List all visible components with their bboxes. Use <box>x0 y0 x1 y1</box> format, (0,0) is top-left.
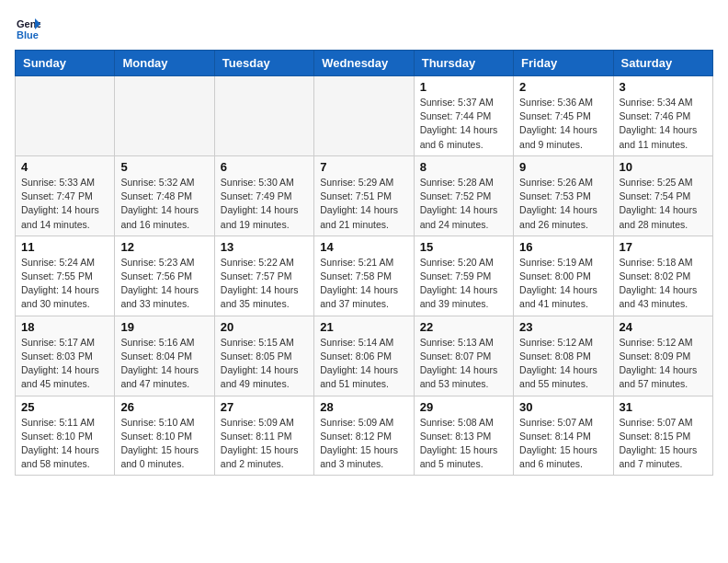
weekday-header-saturday: Saturday <box>613 51 712 76</box>
day-number: 22 <box>420 320 507 334</box>
day-number: 30 <box>519 400 607 414</box>
day-number: 17 <box>620 240 707 254</box>
day-info: Sunrise: 5:18 AM Sunset: 8:02 PM Dayligh… <box>620 256 707 312</box>
calendar-day-cell: 13Sunrise: 5:22 AM Sunset: 7:57 PM Dayli… <box>214 236 313 316</box>
day-info: Sunrise: 5:09 AM Sunset: 8:12 PM Dayligh… <box>320 416 407 472</box>
weekday-header-tuesday: Tuesday <box>214 51 313 76</box>
day-info: Sunrise: 5:07 AM Sunset: 8:15 PM Dayligh… <box>620 416 707 472</box>
calendar-day-cell: 31Sunrise: 5:07 AM Sunset: 8:15 PM Dayli… <box>613 396 712 476</box>
day-info: Sunrise: 5:25 AM Sunset: 7:54 PM Dayligh… <box>620 176 707 232</box>
calendar-week-row: 11Sunrise: 5:24 AM Sunset: 7:55 PM Dayli… <box>16 236 713 316</box>
day-info: Sunrise: 5:17 AM Sunset: 8:03 PM Dayligh… <box>21 336 108 392</box>
calendar-week-row: 25Sunrise: 5:11 AM Sunset: 8:10 PM Dayli… <box>16 396 713 476</box>
calendar-header-row: SundayMondayTuesdayWednesdayThursdayFrid… <box>16 51 713 76</box>
weekday-header-wednesday: Wednesday <box>314 51 414 76</box>
calendar-day-cell: 16Sunrise: 5:19 AM Sunset: 8:00 PM Dayli… <box>514 236 613 316</box>
calendar-day-cell: 3Sunrise: 5:34 AM Sunset: 7:46 PM Daylig… <box>613 76 712 156</box>
calendar-day-cell: 12Sunrise: 5:23 AM Sunset: 7:56 PM Dayli… <box>115 236 214 316</box>
day-number: 27 <box>221 400 308 414</box>
calendar-day-cell: 23Sunrise: 5:12 AM Sunset: 8:08 PM Dayli… <box>514 316 613 396</box>
day-number: 20 <box>221 320 308 334</box>
day-info: Sunrise: 5:37 AM Sunset: 7:44 PM Dayligh… <box>420 96 507 152</box>
calendar-day-cell: 2Sunrise: 5:36 AM Sunset: 7:45 PM Daylig… <box>514 76 613 156</box>
day-info: Sunrise: 5:21 AM Sunset: 7:58 PM Dayligh… <box>320 256 407 312</box>
day-info: Sunrise: 5:23 AM Sunset: 7:56 PM Dayligh… <box>120 256 208 312</box>
day-number: 5 <box>120 160 208 174</box>
day-info: Sunrise: 5:08 AM Sunset: 8:13 PM Dayligh… <box>420 416 507 472</box>
calendar-day-cell: 7Sunrise: 5:29 AM Sunset: 7:51 PM Daylig… <box>314 155 414 236</box>
day-info: Sunrise: 5:10 AM Sunset: 8:10 PM Dayligh… <box>120 416 208 472</box>
calendar-day-cell: 9Sunrise: 5:26 AM Sunset: 7:53 PM Daylig… <box>514 155 613 236</box>
day-number: 2 <box>519 80 607 94</box>
day-info: Sunrise: 5:15 AM Sunset: 8:05 PM Dayligh… <box>221 336 308 392</box>
day-info: Sunrise: 5:29 AM Sunset: 7:51 PM Dayligh… <box>320 176 407 232</box>
calendar-day-cell: 4Sunrise: 5:33 AM Sunset: 7:47 PM Daylig… <box>16 155 115 236</box>
day-number: 16 <box>519 240 607 254</box>
calendar-day-cell: 6Sunrise: 5:30 AM Sunset: 7:49 PM Daylig… <box>214 155 313 236</box>
day-info: Sunrise: 5:16 AM Sunset: 8:04 PM Dayligh… <box>120 336 208 392</box>
day-info: Sunrise: 5:26 AM Sunset: 7:53 PM Dayligh… <box>519 176 607 232</box>
logo-icon: General Blue <box>15 15 40 40</box>
day-number: 4 <box>21 160 108 174</box>
day-info: Sunrise: 5:07 AM Sunset: 8:14 PM Dayligh… <box>519 416 607 472</box>
calendar-day-cell <box>16 76 115 156</box>
calendar-day-cell: 20Sunrise: 5:15 AM Sunset: 8:05 PM Dayli… <box>214 316 313 396</box>
day-info: Sunrise: 5:12 AM Sunset: 8:09 PM Dayligh… <box>620 336 707 392</box>
calendar-day-cell: 17Sunrise: 5:18 AM Sunset: 8:02 PM Dayli… <box>613 236 712 316</box>
weekday-header-thursday: Thursday <box>414 51 513 76</box>
day-info: Sunrise: 5:28 AM Sunset: 7:52 PM Dayligh… <box>420 176 507 232</box>
day-number: 28 <box>320 400 407 414</box>
calendar-day-cell: 15Sunrise: 5:20 AM Sunset: 7:59 PM Dayli… <box>414 236 513 316</box>
day-number: 3 <box>620 80 707 94</box>
calendar-day-cell: 18Sunrise: 5:17 AM Sunset: 8:03 PM Dayli… <box>16 316 115 396</box>
day-info: Sunrise: 5:36 AM Sunset: 7:45 PM Dayligh… <box>519 96 607 152</box>
day-number: 10 <box>620 160 707 174</box>
day-number: 8 <box>420 160 507 174</box>
calendar-day-cell: 29Sunrise: 5:08 AM Sunset: 8:13 PM Dayli… <box>414 396 513 476</box>
day-info: Sunrise: 5:33 AM Sunset: 7:47 PM Dayligh… <box>21 176 108 232</box>
calendar-week-row: 18Sunrise: 5:17 AM Sunset: 8:03 PM Dayli… <box>16 316 713 396</box>
weekday-header-monday: Monday <box>115 51 214 76</box>
day-number: 6 <box>221 160 308 174</box>
calendar-day-cell: 10Sunrise: 5:25 AM Sunset: 7:54 PM Dayli… <box>613 155 712 236</box>
day-number: 14 <box>320 240 407 254</box>
page-header: General Blue <box>15 15 713 40</box>
day-info: Sunrise: 5:24 AM Sunset: 7:55 PM Dayligh… <box>21 256 108 312</box>
day-info: Sunrise: 5:32 AM Sunset: 7:48 PM Dayligh… <box>120 176 208 232</box>
day-number: 29 <box>420 400 507 414</box>
day-number: 21 <box>320 320 407 334</box>
calendar-day-cell: 22Sunrise: 5:13 AM Sunset: 8:07 PM Dayli… <box>414 316 513 396</box>
day-info: Sunrise: 5:19 AM Sunset: 8:00 PM Dayligh… <box>519 256 607 312</box>
day-info: Sunrise: 5:20 AM Sunset: 7:59 PM Dayligh… <box>420 256 507 312</box>
day-number: 11 <box>21 240 108 254</box>
calendar-day-cell: 30Sunrise: 5:07 AM Sunset: 8:14 PM Dayli… <box>514 396 613 476</box>
calendar-day-cell <box>314 76 414 156</box>
calendar-day-cell <box>115 76 214 156</box>
calendar-day-cell: 24Sunrise: 5:12 AM Sunset: 8:09 PM Dayli… <box>613 316 712 396</box>
calendar-day-cell: 1Sunrise: 5:37 AM Sunset: 7:44 PM Daylig… <box>414 76 513 156</box>
calendar-day-cell: 8Sunrise: 5:28 AM Sunset: 7:52 PM Daylig… <box>414 155 513 236</box>
calendar-table: SundayMondayTuesdayWednesdayThursdayFrid… <box>15 50 713 476</box>
day-info: Sunrise: 5:12 AM Sunset: 8:08 PM Dayligh… <box>519 336 607 392</box>
day-info: Sunrise: 5:11 AM Sunset: 8:10 PM Dayligh… <box>21 416 108 472</box>
day-info: Sunrise: 5:14 AM Sunset: 8:06 PM Dayligh… <box>320 336 407 392</box>
day-number: 18 <box>21 320 108 334</box>
day-number: 26 <box>120 400 208 414</box>
day-info: Sunrise: 5:30 AM Sunset: 7:49 PM Dayligh… <box>221 176 308 232</box>
calendar-week-row: 4Sunrise: 5:33 AM Sunset: 7:47 PM Daylig… <box>16 155 713 236</box>
day-info: Sunrise: 5:22 AM Sunset: 7:57 PM Dayligh… <box>221 256 308 312</box>
calendar-day-cell: 26Sunrise: 5:10 AM Sunset: 8:10 PM Dayli… <box>115 396 214 476</box>
day-number: 12 <box>120 240 208 254</box>
calendar-day-cell: 11Sunrise: 5:24 AM Sunset: 7:55 PM Dayli… <box>16 236 115 316</box>
day-number: 31 <box>620 400 707 414</box>
logo: General Blue <box>15 15 44 40</box>
calendar-day-cell: 21Sunrise: 5:14 AM Sunset: 8:06 PM Dayli… <box>314 316 414 396</box>
day-number: 9 <box>519 160 607 174</box>
weekday-header-friday: Friday <box>514 51 613 76</box>
day-number: 24 <box>620 320 707 334</box>
weekday-header-sunday: Sunday <box>16 51 115 76</box>
calendar-day-cell: 19Sunrise: 5:16 AM Sunset: 8:04 PM Dayli… <box>115 316 214 396</box>
calendar-day-cell: 5Sunrise: 5:32 AM Sunset: 7:48 PM Daylig… <box>115 155 214 236</box>
calendar-week-row: 1Sunrise: 5:37 AM Sunset: 7:44 PM Daylig… <box>16 76 713 156</box>
day-number: 15 <box>420 240 507 254</box>
